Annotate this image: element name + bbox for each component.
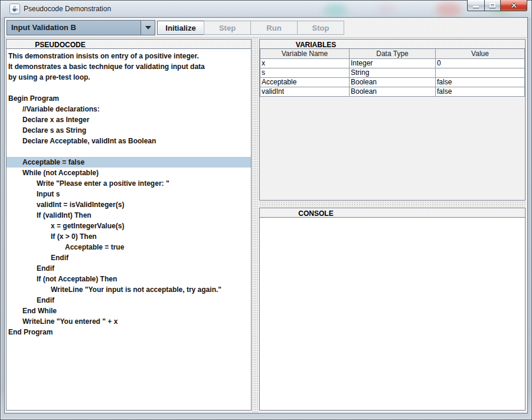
pseudocode-line: Write "Please enter a positive integer: … <box>6 178 251 189</box>
table-row: xInteger0 <box>260 58 525 68</box>
horizontal-splitter[interactable] <box>259 201 526 207</box>
client-area: Input Validation B Initialize Step Run S… <box>5 18 527 413</box>
demo-select[interactable]: Input Validation B <box>6 20 155 35</box>
minimize-button[interactable] <box>467 0 484 11</box>
close-icon <box>511 2 517 8</box>
initialize-button[interactable]: Initialize <box>157 21 204 35</box>
window-title: Pseudocode Demonstration <box>24 5 111 13</box>
table-cell: false <box>436 87 525 96</box>
console-output[interactable] <box>260 218 525 410</box>
pseudocode-line: End Program <box>6 327 251 337</box>
table-cell: Boolean <box>350 77 436 87</box>
variables-column-header: Variable Name <box>260 49 350 58</box>
table-row: sString <box>260 68 525 77</box>
variables-pane-header: VARIABLES <box>260 40 525 49</box>
pseudocode-line: Declare Acceptable, validInt as Boolean <box>6 136 251 146</box>
table-cell: 0 <box>436 58 525 68</box>
pseudocode-line: If (validInt) Then <box>6 210 251 221</box>
pseudocode-title: PSEUDOCODE <box>6 41 114 50</box>
console-pane-header: CONSOLE <box>260 208 525 218</box>
pseudocode-line: Endif <box>6 295 251 306</box>
pseudocode-line <box>6 146 251 157</box>
table-cell: s <box>260 68 350 77</box>
pseudocode-line: This demonstration insists on entry of a… <box>6 51 251 61</box>
pseudocode-line: While (not Acceptable) <box>6 168 251 178</box>
pseudocode-line: Acceptable = true <box>6 242 251 252</box>
pseudocode-line: //Variable declarations: <box>6 104 251 114</box>
pseudocode-line: x = getIntegerValue(s) <box>6 221 251 231</box>
chevron-down-icon <box>141 21 155 35</box>
demo-select-value: Input Validation B <box>7 21 141 35</box>
table-cell: false <box>436 77 525 87</box>
console-title: CONSOLE <box>260 209 372 218</box>
pseudocode-line: validInt = isValidInteger(s) <box>6 199 251 210</box>
table-cell: Boolean <box>350 87 436 96</box>
maximize-button[interactable] <box>484 0 501 11</box>
run-button[interactable]: Run <box>250 21 298 35</box>
pseudocode-line: WriteLine "You entered " + x <box>6 316 251 327</box>
table-cell: Acceptable <box>260 77 350 87</box>
pseudocode-line: Declare x as Integer <box>6 114 251 125</box>
toolbar: Input Validation B Initialize Step Run S… <box>5 18 527 38</box>
step-button[interactable]: Step <box>204 21 251 35</box>
glass-reflection <box>436 2 462 17</box>
table-row: validIntBooleanfalse <box>260 87 525 96</box>
pseudocode-text: This demonstration insists on entry of a… <box>6 50 251 410</box>
pseudocode-line: Begin Program <box>6 93 251 104</box>
pseudocode-line: End While <box>6 306 251 316</box>
stop-button[interactable]: Stop <box>297 21 344 35</box>
variables-body: xInteger0sString AcceptableBooleanfalsev… <box>260 58 525 96</box>
variables-header-row: Variable NameData TypeValue <box>260 49 525 58</box>
variables-pane: VARIABLES Variable NameData TypeValue xI… <box>259 39 526 201</box>
minimize-icon <box>473 6 479 8</box>
pseudocode-line: Declare s as String <box>6 125 251 136</box>
titlebar: Pseudocode Demonstration <box>0 0 532 18</box>
pseudocode-line: It demonstrates a basic technique for va… <box>6 61 251 72</box>
pseudocode-line: If (x > 0) Then <box>6 231 251 242</box>
pseudocode-line <box>6 83 251 93</box>
glass-reflection <box>324 4 347 17</box>
pseudocode-line: Endif <box>6 263 251 274</box>
variables-column-header: Value <box>436 49 525 58</box>
table-cell: String <box>350 68 436 77</box>
maximize-icon <box>489 3 495 8</box>
pseudocode-line: Endif <box>6 252 251 263</box>
glass-reflection <box>378 5 396 14</box>
pseudocode-line: Input s <box>6 189 251 199</box>
console-pane: CONSOLE <box>259 208 526 411</box>
toolbar-buttons: Initialize Step Run Stop <box>157 21 344 35</box>
java-coffee-icon <box>9 4 20 14</box>
pseudocode-line: If (not Acceptable) Then <box>6 274 251 284</box>
table-cell: Integer <box>350 58 436 68</box>
pseudocode-line: WriteLine "Your input is not acceptable,… <box>6 284 251 295</box>
table-cell: x <box>260 58 350 68</box>
app-window: Pseudocode Demonstration Input Validatio… <box>0 0 532 420</box>
pseudocode-pane: PSEUDOCODE This demonstration insists on… <box>6 39 252 411</box>
variables-table: Variable NameData TypeValue xInteger0sSt… <box>260 49 525 97</box>
pseudocode-line: by using a pre-test loop. <box>6 72 251 83</box>
window-controls <box>467 0 527 11</box>
pseudocode-line: Acceptable = false <box>6 157 251 168</box>
table-cell <box>436 68 525 77</box>
vertical-splitter[interactable] <box>252 38 258 413</box>
content: PSEUDOCODE This demonstration insists on… <box>5 38 527 413</box>
pseudocode-pane-header: PSEUDOCODE <box>6 40 251 49</box>
table-cell: validInt <box>260 87 350 96</box>
variables-column-header: Data Type <box>350 49 436 58</box>
close-button[interactable] <box>501 0 527 11</box>
table-row: AcceptableBooleanfalse <box>260 77 525 87</box>
variables-title: VARIABLES <box>260 41 372 50</box>
